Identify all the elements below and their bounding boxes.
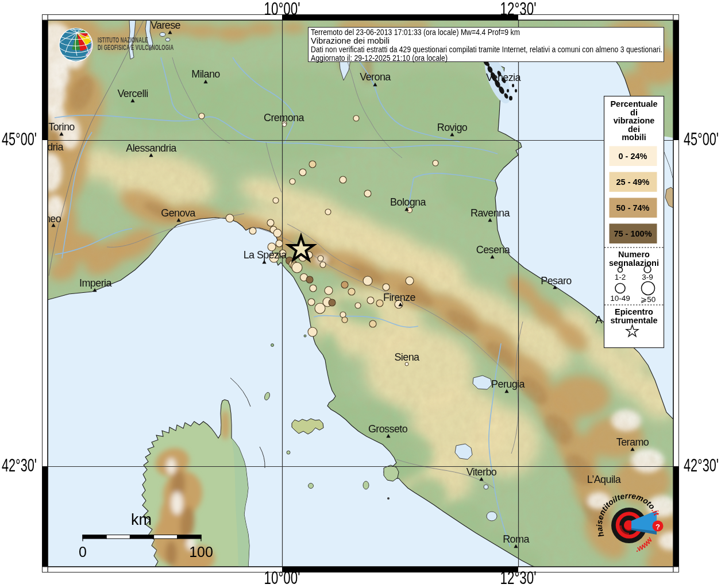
svg-text:Milano: Milano bbox=[191, 68, 220, 80]
svg-text:Cremona: Cremona bbox=[264, 112, 304, 123]
svg-text:45°00': 45°00' bbox=[684, 129, 719, 149]
svg-text:mobili: mobili bbox=[622, 133, 646, 142]
svg-text:Epicentro: Epicentro bbox=[615, 307, 653, 316]
svg-text:Numero: Numero bbox=[618, 250, 650, 259]
svg-text:Bologna: Bologna bbox=[390, 196, 426, 208]
svg-text:45°00': 45°00' bbox=[2, 129, 37, 149]
svg-text:Torino: Torino bbox=[48, 121, 75, 133]
svg-text:75 - 100%: 75 - 100% bbox=[614, 229, 651, 238]
svg-text:Vibrazione dei mobili: Vibrazione dei mobili bbox=[311, 36, 390, 45]
svg-text:3-9: 3-9 bbox=[642, 273, 653, 281]
svg-text:Imperia: Imperia bbox=[79, 277, 112, 289]
svg-text:Viterbo: Viterbo bbox=[466, 466, 497, 478]
svg-text:L’Aquila: L’Aquila bbox=[587, 474, 622, 485]
svg-text:Terremoto del 23-06-2013 17:01: Terremoto del 23-06-2013 17:01:33 (ora l… bbox=[311, 28, 520, 37]
svg-text:dria: dria bbox=[47, 141, 64, 153]
svg-text:Varese: Varese bbox=[151, 20, 181, 31]
svg-text:segnalazioni: segnalazioni bbox=[609, 258, 659, 268]
svg-text:50 - 74%: 50 - 74% bbox=[616, 203, 649, 212]
svg-text:25 - 49%: 25 - 49% bbox=[616, 177, 649, 187]
svg-text:100: 100 bbox=[189, 544, 213, 560]
svg-text:Rovigo: Rovigo bbox=[437, 122, 468, 133]
svg-text:Firenze: Firenze bbox=[383, 292, 415, 303]
svg-text:Venezia: Venezia bbox=[486, 72, 521, 83]
svg-text:0 - 24%: 0 - 24% bbox=[619, 152, 647, 161]
svg-text:Siena: Siena bbox=[394, 351, 420, 363]
svg-text:10-49: 10-49 bbox=[610, 294, 630, 303]
svg-text:DI GEOFISICA E VULCANOLOGIA: DI GEOFISICA E VULCANOLOGIA bbox=[98, 43, 173, 51]
svg-text:Genova: Genova bbox=[161, 207, 196, 219]
svg-text:Cesena: Cesena bbox=[476, 244, 511, 256]
svg-text:12°30': 12°30' bbox=[500, 0, 537, 18]
svg-text:10°00': 10°00' bbox=[264, 0, 300, 18]
svg-text:⩾50: ⩾50 bbox=[641, 295, 656, 304]
svg-text:strumentale: strumentale bbox=[610, 316, 657, 325]
svg-text:Ravenna: Ravenna bbox=[471, 207, 510, 219]
svg-text:Perugia: Perugia bbox=[491, 378, 525, 390]
svg-text:?: ? bbox=[656, 523, 660, 531]
svg-text:0: 0 bbox=[79, 544, 87, 560]
svg-text:Pesaro: Pesaro bbox=[541, 275, 572, 287]
svg-text:Vercelli: Vercelli bbox=[117, 88, 148, 99]
svg-text:Grosseto: Grosseto bbox=[368, 423, 408, 435]
svg-text:km: km bbox=[131, 511, 152, 528]
svg-text:Roma: Roma bbox=[503, 533, 530, 545]
svg-text:10°00': 10°00' bbox=[264, 568, 300, 587]
svg-text:Verona: Verona bbox=[360, 71, 391, 83]
svg-text:12°30': 12°30' bbox=[500, 568, 537, 587]
svg-text:Aggiornato il: 29-12-2025 21:1: Aggiornato il: 29-12-2025 21:10 (ora loc… bbox=[311, 53, 448, 63]
svg-text:A: A bbox=[595, 314, 602, 326]
svg-text:1-2: 1-2 bbox=[615, 273, 626, 281]
svg-text:42°30': 42°30' bbox=[2, 455, 37, 475]
svg-text:Alessandria: Alessandria bbox=[126, 142, 177, 154]
svg-text:Teramo: Teramo bbox=[616, 436, 649, 448]
svg-text:La Spezia: La Spezia bbox=[244, 249, 287, 261]
svg-text:42°30': 42°30' bbox=[684, 455, 719, 475]
